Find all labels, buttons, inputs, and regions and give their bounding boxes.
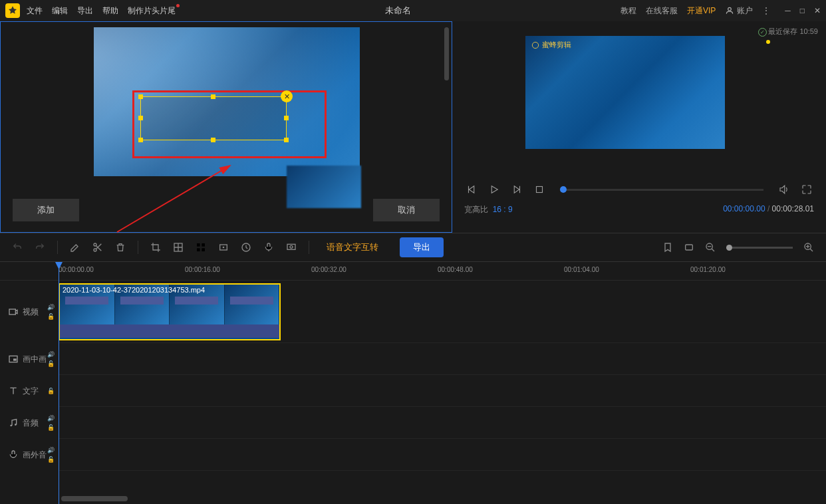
track-label-video: 视频 🔊🔓: [0, 281, 59, 343]
svg-point-5: [94, 249, 96, 251]
grid-icon[interactable]: [196, 242, 206, 253]
svg-rect-15: [287, 244, 295, 249]
online-service-link[interactable]: 在线客服: [646, 5, 678, 17]
zoom-in-icon[interactable]: [803, 242, 814, 253]
horizontal-scrollbar[interactable]: [61, 496, 128, 501]
marker-icon[interactable]: [662, 242, 673, 253]
voiceover-track-icon: [8, 449, 19, 460]
svg-point-23: [10, 425, 12, 427]
fit-icon[interactable]: [684, 242, 694, 253]
svg-rect-22: [13, 358, 17, 360]
crop-icon[interactable]: [150, 242, 161, 253]
tutorial-link[interactable]: 教程: [620, 5, 636, 17]
menu-edit[interactable]: 编辑: [52, 5, 68, 17]
next-frame-button[interactable]: [509, 182, 524, 197]
seek-bar[interactable]: [560, 189, 763, 191]
menu-intro-outro[interactable]: 制作片头片尾: [128, 5, 176, 17]
resize-handle[interactable]: [211, 94, 215, 99]
close-icon[interactable]: ✕: [814, 6, 821, 15]
menu-help[interactable]: 帮助: [102, 5, 118, 17]
indicator-dot: [766, 40, 770, 44]
video-track[interactable]: 2020-11-03-10-42-3720201203134753.mp4: [59, 281, 826, 343]
video-preview[interactable]: 蜜蜂剪辑: [525, 36, 725, 149]
delete-icon[interactable]: [115, 242, 126, 253]
lock-icon[interactable]: 🔓: [47, 388, 55, 394]
bee-icon: [531, 41, 540, 50]
effect-editor-panel: ✕ 添加 取消: [0, 21, 452, 233]
redo-icon[interactable]: [35, 242, 45, 253]
resize-handle[interactable]: [284, 116, 289, 120]
audio-track[interactable]: [59, 407, 826, 439]
export-button[interactable]: 导出: [400, 237, 444, 257]
svg-point-4: [94, 243, 96, 246]
video-clip[interactable]: 2020-11-03-10-42-3720201203134753.mp4: [59, 283, 281, 340]
svg-point-2: [532, 42, 538, 48]
lock-icon[interactable]: 🔓: [47, 360, 55, 367]
user-icon: [725, 6, 734, 15]
resize-handle[interactable]: [211, 138, 215, 142]
cut-icon[interactable]: [92, 242, 103, 253]
timeline-ruler[interactable]: 00:00:00.00 00:00:16.00 00:00:32.00 00:0…: [0, 262, 826, 281]
maximize-icon[interactable]: □: [800, 6, 805, 15]
pip-track[interactable]: [59, 343, 826, 375]
mute-icon[interactable]: 🔊: [47, 447, 55, 453]
zoom-out-icon[interactable]: [705, 242, 716, 253]
svg-point-24: [15, 424, 17, 426]
fullscreen-icon[interactable]: [799, 182, 814, 197]
clip-audio-waveform: [60, 324, 279, 338]
clip-filename: 2020-11-03-10-42-3720201203134753.mp4: [63, 286, 205, 294]
voice-to-text-button[interactable]: 语音文字互转: [327, 241, 378, 253]
mic-icon[interactable]: [263, 242, 274, 253]
main-menu: 文件 编辑 导出 帮助 制作片头片尾: [27, 5, 176, 17]
aspect-ratio[interactable]: 16 : 9: [493, 205, 513, 214]
document-title: 未命名: [176, 5, 620, 17]
titlebar-right: 教程 在线客服 开通VIP 账户 ⋮ ─ □ ✕: [620, 5, 821, 17]
menu-file[interactable]: 文件: [27, 5, 43, 17]
cancel-button[interactable]: 取消: [373, 199, 440, 221]
ruler-mark: 00:01:04.00: [564, 266, 599, 273]
edit-icon[interactable]: [70, 242, 80, 253]
undo-icon[interactable]: [12, 242, 23, 253]
menu-export[interactable]: 导出: [77, 5, 93, 17]
speed-icon[interactable]: [241, 242, 251, 253]
preview-info: 宽高比 16 : 9 00:00:00.00 / 00:00:28.01: [464, 204, 814, 215]
video-track-icon: [8, 307, 19, 317]
voiceover-track[interactable]: [59, 439, 826, 471]
vip-link[interactable]: 开通VIP: [687, 5, 716, 17]
play-button[interactable]: [487, 182, 501, 197]
ruler-mark: 00:00:16.00: [185, 266, 220, 273]
resize-handle[interactable]: [138, 116, 143, 120]
mosaic-icon[interactable]: [173, 242, 184, 253]
resize-handle[interactable]: [138, 138, 143, 142]
lock-icon[interactable]: 🔓: [47, 313, 55, 320]
resize-handle[interactable]: [284, 138, 289, 142]
add-button[interactable]: 添加: [13, 199, 79, 221]
text-track[interactable]: [59, 375, 826, 407]
mute-icon[interactable]: 🔊: [47, 351, 55, 358]
remove-selection-icon[interactable]: ✕: [281, 90, 293, 102]
account-link[interactable]: 账户: [725, 5, 753, 17]
seek-thumb[interactable]: [560, 186, 567, 193]
lock-icon[interactable]: 🔓: [47, 456, 55, 463]
selection-box[interactable]: ✕: [140, 96, 287, 140]
volume-icon[interactable]: [777, 182, 791, 197]
vertical-scrollbar[interactable]: [444, 27, 449, 80]
mute-icon[interactable]: 🔊: [47, 304, 55, 311]
zoom-slider[interactable]: [726, 247, 793, 249]
lock-icon[interactable]: 🔓: [47, 424, 55, 431]
svg-rect-20: [9, 309, 15, 315]
text-track-icon: [8, 386, 19, 396]
minimize-icon[interactable]: ─: [785, 6, 791, 15]
stop-button[interactable]: [532, 182, 547, 197]
tracks-area[interactable]: 2020-11-03-10-42-3720201203134753.mp4: [59, 281, 826, 471]
svg-rect-9: [197, 248, 200, 251]
edit-preview[interactable]: ✕: [94, 27, 360, 176]
resize-handle[interactable]: [138, 94, 143, 99]
more-icon[interactable]: ⋮: [762, 6, 770, 15]
freeze-icon[interactable]: [218, 242, 229, 253]
prev-frame-button[interactable]: [464, 182, 479, 197]
playhead[interactable]: [59, 262, 59, 504]
watermark: 蜜蜂剪辑: [531, 40, 571, 50]
screen-icon[interactable]: [286, 242, 297, 253]
mute-icon[interactable]: 🔊: [47, 415, 55, 422]
